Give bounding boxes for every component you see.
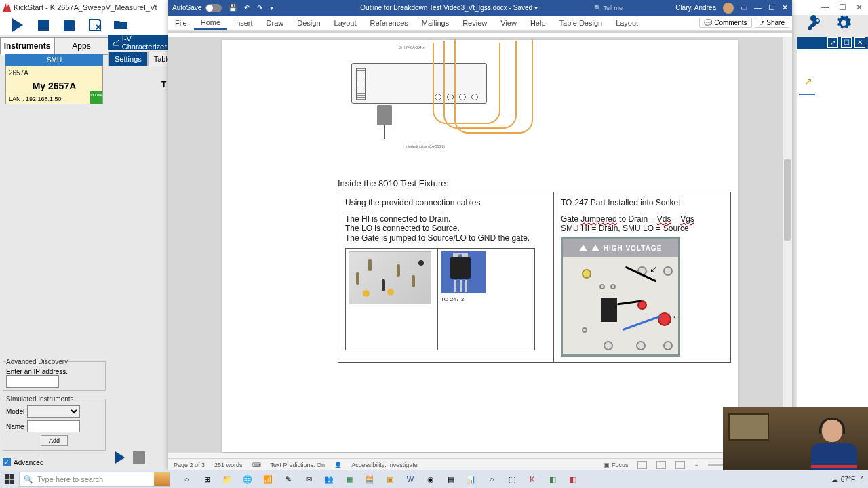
key-icon[interactable] [807, 15, 823, 31]
tab-apps[interactable]: Apps [54, 37, 108, 55]
ks-popout-icon[interactable]: ↗ [827, 37, 838, 48]
taskbar-app3-icon[interactable]: 🧮 [360, 470, 379, 488]
ribbon-draw[interactable]: Draw [260, 16, 291, 30]
ribbon-insert[interactable]: Insert [227, 16, 260, 30]
word-close-icon[interactable]: ✕ [782, 3, 788, 12]
taskbar-cortana-icon[interactable]: ○ [177, 470, 196, 488]
taskbar-app10-icon[interactable]: ◧ [564, 470, 583, 488]
taskbar-app7-icon[interactable]: ○ [482, 470, 501, 488]
status-page[interactable]: Page 2 of 3 [174, 462, 205, 468]
status-accessibility[interactable]: Accessibility: Investigate [351, 462, 418, 468]
ribbon-review[interactable]: Review [456, 16, 494, 30]
scrollbar-thumb[interactable] [784, 159, 791, 241]
ribbon-mailings[interactable]: Mailings [415, 16, 456, 30]
start-button[interactable] [0, 470, 19, 488]
save-icon[interactable] [62, 18, 76, 32]
kickstart-minimize-icon[interactable]: — [821, 3, 829, 12]
svg-rect-2 [10, 474, 14, 479]
autosave-toggle[interactable] [205, 4, 222, 12]
taskbar-app4-icon[interactable]: ▣ [380, 470, 399, 488]
gear-icon[interactable] [835, 15, 852, 31]
comments-button[interactable]: 💬 Comments [699, 18, 751, 28]
taskbar-search[interactable]: 🔍 Type here to search [19, 472, 155, 487]
run-icon[interactable] [11, 18, 24, 32]
status-predictions[interactable]: Text Predictions: On [271, 462, 326, 468]
qat-save-icon[interactable]: 💾 [229, 4, 237, 12]
taskbar-chrome-icon[interactable]: ◉ [421, 470, 440, 488]
tell-me[interactable]: 🔍 Tell me [594, 5, 675, 12]
add-button[interactable]: Add [41, 435, 68, 446]
model-select[interactable] [27, 405, 80, 418]
taskbar-word-icon[interactable]: W [401, 470, 420, 488]
taskbar-app5-icon[interactable]: ▤ [441, 470, 460, 488]
tray-chevron-icon[interactable]: ˄ [861, 476, 864, 483]
view-print-icon[interactable] [656, 461, 666, 469]
ribbon-home[interactable]: Home [194, 16, 227, 30]
model-label: Model [6, 408, 24, 415]
status-focus[interactable]: ▣ Focus [604, 462, 628, 468]
taskbar-edge-icon[interactable]: 🌐 [238, 470, 257, 488]
ribbon-references[interactable]: References [363, 16, 415, 30]
taskbar-app1-icon[interactable]: 📶 [258, 470, 277, 488]
qat-redo-icon[interactable]: ↷ [257, 4, 262, 12]
taskbar-explorer-icon[interactable]: 📁 [218, 470, 237, 488]
ribbon-design[interactable]: Design [290, 16, 327, 30]
smu-card[interactable]: 2657A My 2657A LAN : 192.168.1.50 In Use [5, 66, 103, 104]
taskbar-app6-icon[interactable]: 📊 [462, 470, 481, 488]
status-lang-icon[interactable]: ⌨ [252, 462, 261, 468]
ks-close-panel-icon[interactable]: ✕ [854, 37, 865, 48]
word-canvas: 3m HV-CA-554-x interlock cable (CA-558-2… [168, 37, 792, 453]
save-as-icon[interactable] [88, 18, 102, 32]
search-highlight-icon[interactable] [154, 472, 170, 487]
webcam-overlay [723, 407, 868, 470]
taskbar-teams-icon[interactable]: 👥 [319, 470, 338, 488]
ip-address-input[interactable] [6, 375, 59, 388]
view-web-icon[interactable] [675, 461, 685, 469]
word-maximize-icon[interactable]: ☐ [768, 3, 775, 12]
qat-dropdown-icon[interactable]: ▾ [270, 4, 273, 12]
ribbon-file[interactable]: File [168, 16, 194, 30]
word-page[interactable]: 3m HV-CA-554-x interlock cable (CA-558-2… [222, 40, 738, 452]
ks-export-icon[interactable]: ↗ [804, 76, 812, 87]
ribbon-view[interactable]: View [494, 16, 524, 30]
advanced-checkbox[interactable]: ✓ [3, 458, 11, 466]
status-acc-icon[interactable]: 👤 [334, 462, 342, 468]
open-folder-icon[interactable] [114, 18, 127, 32]
taskbar-excel-icon[interactable]: ▦ [340, 470, 359, 488]
content-truncated: T [161, 80, 166, 89]
svg-rect-4 [10, 480, 14, 484]
svg-rect-3 [5, 480, 9, 484]
taskbar-outlook-icon[interactable]: ✉ [299, 470, 318, 488]
taskbar-taskview-icon[interactable]: ⊞ [197, 470, 216, 488]
word-scrollbar[interactable] [783, 37, 792, 453]
word-minimize-icon[interactable]: ▭ [741, 3, 747, 12]
sim-name-input[interactable] [27, 420, 80, 432]
ribbon-layout[interactable]: Layout [328, 16, 363, 30]
status-words[interactable]: 251 words [214, 462, 243, 468]
ribbon-table-design[interactable]: Table Design [553, 16, 610, 30]
view-read-icon[interactable] [637, 461, 647, 469]
kickstart-maximize-icon[interactable]: ☐ [839, 3, 846, 12]
tab-instruments[interactable]: Instruments [0, 37, 54, 55]
taskbar-kickstart-icon[interactable]: K [523, 470, 542, 488]
word-user-name[interactable]: Clary, Andrea [675, 4, 716, 12]
taskbar-app2-icon[interactable]: ✎ [279, 470, 298, 488]
run-icon-bottom[interactable] [114, 451, 126, 464]
tab-settings[interactable]: Settings [108, 52, 148, 66]
ribbon-help[interactable]: Help [524, 16, 553, 30]
weather-widget[interactable]: ☁67°F [831, 476, 855, 483]
ribbon-layout2[interactable]: Layout [609, 16, 645, 30]
word-restore-icon[interactable]: — [754, 3, 762, 12]
user-avatar-icon[interactable] [723, 3, 734, 14]
stop-icon-bottom[interactable] [133, 451, 145, 464]
kickstart-close-icon[interactable]: ✕ [856, 3, 863, 12]
autosave-label: AutoSave [172, 4, 201, 12]
stop-icon[interactable] [37, 18, 50, 32]
taskbar-app8-icon[interactable]: ⬚ [502, 470, 521, 488]
ks-maximize-icon[interactable]: ☐ [841, 37, 852, 48]
zoom-out-icon[interactable]: − [694, 462, 698, 468]
to247-package-image [441, 251, 486, 293]
qat-undo-icon[interactable]: ↶ [244, 4, 250, 12]
taskbar-camtasia-icon[interactable]: ◧ [543, 470, 562, 488]
share-button[interactable]: ↗ Share [755, 18, 789, 28]
